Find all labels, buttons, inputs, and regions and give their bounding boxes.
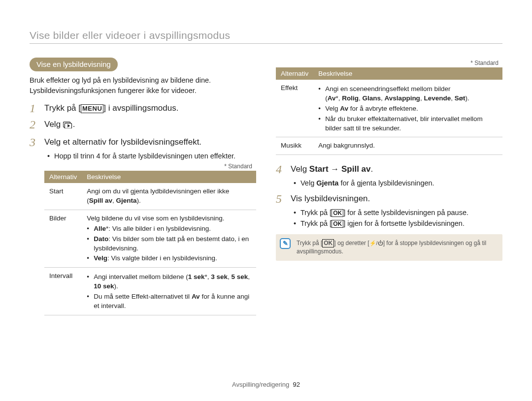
step-1-text-a: Trykk på [ bbox=[44, 103, 81, 113]
th-beskrivelse-r: Beskrivelse bbox=[313, 67, 502, 80]
cell-musikk-key: Musikk bbox=[276, 137, 313, 155]
cell-effekt-desc: Angi en sceneendringseffekt mellom bilde… bbox=[313, 80, 502, 137]
row-effekt: Effekt Angi en sceneendringseffekt mello… bbox=[276, 80, 502, 137]
note-b: ] og deretter [ bbox=[334, 240, 369, 247]
eff-b1: Angi en sceneendringseffekt mellom bilde… bbox=[325, 85, 450, 93]
bilder-b2a: Dato bbox=[94, 235, 108, 243]
note-icon: ✎ bbox=[280, 238, 291, 249]
page-footer: Avspilling/redigering 92 bbox=[0, 381, 532, 388]
start-l2d: Gjenta bbox=[116, 197, 137, 204]
cell-musikk-desc: Angi bakgrunnslyd. bbox=[313, 137, 502, 155]
eff-b1c: *, bbox=[336, 94, 342, 102]
step-3-text: Velg et alternativ for lysbildevisningse… bbox=[44, 137, 201, 147]
th-beskrivelse: Beskrivelse bbox=[82, 171, 256, 183]
int-b1b: 1 sek bbox=[188, 273, 205, 280]
eff-b1b: Av bbox=[328, 94, 336, 102]
eff-b1e: , bbox=[359, 94, 363, 102]
slideshow-icon bbox=[63, 121, 73, 132]
bilder-b3a: Velg bbox=[94, 254, 107, 262]
flash-power-icon: ⚡/⏻ bbox=[369, 240, 383, 246]
row-bilder: Bilder Velg bildene du vil vise som en l… bbox=[44, 210, 256, 267]
eff-b3: Når du bruker effektalternativet, blir i… bbox=[318, 115, 498, 133]
s4e: . bbox=[371, 164, 373, 174]
int-b1i: ). bbox=[114, 282, 118, 290]
s5n2b: ] igjen for å fortsette lysbildevisninge… bbox=[343, 219, 465, 227]
start-line1: Angi om du vil gjenta lydbildevisningen … bbox=[87, 187, 229, 195]
int-b1e: , bbox=[228, 273, 232, 280]
eff-b1m: ). bbox=[465, 94, 469, 102]
s5n1b: ] for å sette lysbildevisningen på pause… bbox=[343, 209, 468, 216]
ok-icon: OK bbox=[332, 209, 343, 217]
bilder-b1b: *: Vis alle bilder i en lysbildevisning. bbox=[106, 225, 211, 232]
bilder-intro: Velg bildene du vil vise som en lysbilde… bbox=[87, 215, 224, 222]
cell-intervall-desc: Angi intervallet mellom bildene (1 sek*,… bbox=[82, 268, 256, 315]
cell-bilder-key: Bilder bbox=[44, 210, 82, 267]
standard-note-right: * Standard bbox=[276, 60, 499, 66]
th-alternativ: Alternativ bbox=[44, 171, 82, 183]
s5n1a: Trykk på [ bbox=[300, 209, 332, 216]
int-b2b: Av bbox=[192, 293, 200, 300]
section-label: Vise en lysbildevisning bbox=[30, 58, 118, 71]
eff-b2b: Av bbox=[340, 105, 348, 112]
start-l2e: ). bbox=[137, 197, 141, 204]
s5-text: Vis lysbildevisningen. bbox=[291, 194, 370, 203]
cell-intervall-key: Intervall bbox=[44, 268, 82, 315]
step-5: Vis lysbildevisningen. Trykk på [OK] for… bbox=[276, 193, 502, 229]
cell-bilder-desc: Velg bildene du vil vise som en lysbilde… bbox=[82, 210, 256, 267]
s4d: Spill av bbox=[341, 164, 371, 174]
ok-icon: OK bbox=[322, 239, 334, 247]
step-5-note-2: Trykk på [OK] igjen for å fortsette lysb… bbox=[294, 218, 502, 228]
step-2-text-a: Velg bbox=[44, 120, 63, 129]
eff-b1k: , bbox=[451, 94, 455, 102]
options-table-right: Alternativ Beskrivelse Effekt Angi en sc… bbox=[276, 67, 502, 155]
cell-effekt-key: Effekt bbox=[276, 80, 313, 137]
right-column: * Standard Alternativ Beskrivelse Effekt bbox=[276, 58, 502, 320]
s4a: Velg bbox=[291, 164, 309, 174]
step-4-note: Velg Gjenta for å gjenta lysbildevisning… bbox=[294, 178, 502, 188]
s4nc: for å gjenta lysbildevisningen. bbox=[338, 179, 434, 187]
int-b1g: , bbox=[248, 273, 250, 280]
int-b1d: 3 sek bbox=[211, 273, 228, 280]
step-1: Trykk på [MENU] i avspillingsmodus. bbox=[30, 103, 256, 114]
int-b1f: 5 sek bbox=[232, 273, 248, 280]
s4b: Start bbox=[309, 164, 329, 174]
int-b2a: Du må sette Effekt-alternativet til bbox=[94, 293, 192, 300]
bilder-b1a: Alle bbox=[94, 225, 106, 232]
step-1-text-b: ] i avspillingsmodus. bbox=[103, 103, 178, 113]
cell-start-key: Start bbox=[44, 183, 82, 210]
int-b1h: 10 sek bbox=[94, 282, 114, 290]
eff-b1l: Søt bbox=[455, 94, 466, 102]
standard-note-left: * Standard bbox=[44, 163, 252, 170]
row-start: Start Angi om du vil gjenta lydbildevisn… bbox=[44, 183, 256, 210]
int-b1a: Angi intervallet mellom bildene ( bbox=[94, 273, 188, 280]
s4na: Velg bbox=[300, 179, 316, 187]
step-2-text-b: . bbox=[73, 120, 75, 129]
footer-section: Avspilling/redigering bbox=[232, 381, 289, 388]
eff-b1j: Levende bbox=[424, 94, 451, 102]
eff-b1g: , bbox=[381, 94, 385, 102]
ok-icon: OK bbox=[332, 220, 343, 228]
int-b1c: *, bbox=[204, 273, 211, 280]
title-rule bbox=[30, 43, 502, 44]
eff-b2c: for å avbryte effektene. bbox=[348, 105, 418, 112]
cell-start-desc: Angi om du vil gjenta lydbildevisningen … bbox=[82, 183, 256, 210]
s4c: → bbox=[329, 164, 341, 174]
step-3: Velg et alternativ for lysbildevisningse… bbox=[30, 137, 256, 315]
step-5-note-1: Trykk på [OK] for å sette lysbildevisnin… bbox=[294, 208, 502, 217]
eff-b2a: Velg bbox=[325, 105, 340, 112]
eff-b1h: Avslapping bbox=[385, 94, 420, 102]
eff-b1d: Rolig bbox=[342, 94, 359, 102]
th-alternativ-r: Alternativ bbox=[276, 67, 313, 80]
s4nb: Gjenta bbox=[316, 179, 338, 187]
step-4: Velg Start → Spill av. Velg Gjenta for å… bbox=[276, 164, 502, 188]
note-box: ✎ Trykk på [OK] og deretter [⚡/⏻] for å … bbox=[276, 234, 502, 261]
start-l2c: , bbox=[112, 197, 116, 204]
row-intervall: Intervall Angi intervallet mellom bilden… bbox=[44, 268, 256, 315]
options-table-left: Alternativ Beskrivelse Start Angi om du … bbox=[44, 171, 256, 315]
bilder-b3b: : Vis valgte bilder i en lysbildevisning… bbox=[107, 254, 217, 262]
s5n2a: Trykk på [ bbox=[300, 219, 332, 227]
page-title: Vise bilder eller videoer i avspillingsm… bbox=[30, 30, 502, 41]
start-l2b: Spill av bbox=[89, 197, 112, 204]
row-musikk: Musikk Angi bakgrunnslyd. bbox=[276, 137, 502, 155]
page-number: 92 bbox=[293, 381, 299, 388]
